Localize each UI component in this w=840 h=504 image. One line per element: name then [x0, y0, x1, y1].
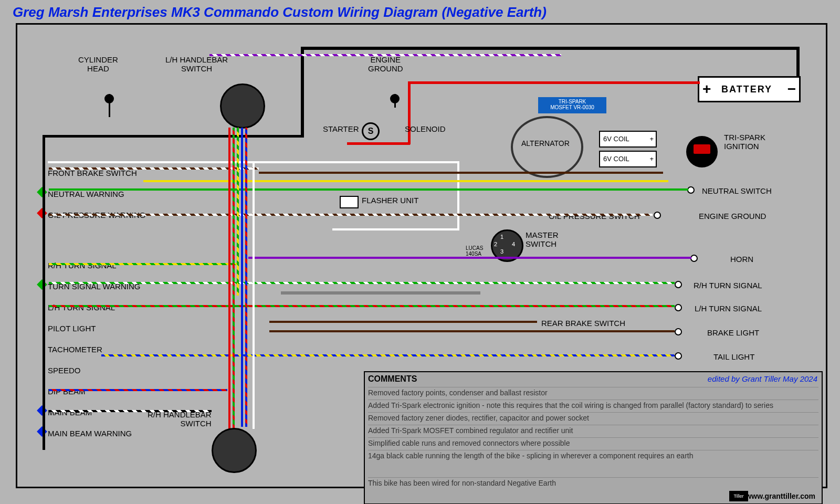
wire-red-vert — [228, 128, 230, 432]
flasher-unit-icon — [340, 196, 359, 208]
wire-black — [43, 135, 45, 450]
connector-icon — [675, 352, 682, 360]
wire-red-solenoid — [408, 81, 411, 144]
ms-3: 3 — [500, 248, 503, 255]
master-switch-label: MASTER SWITCH — [526, 230, 559, 248]
wire-bluered-vert — [245, 128, 247, 427]
mosfet-line2: MOSFET VR-0030 — [538, 104, 606, 110]
lh-turn-signal-right-label: L/H TURN SIGNAL — [695, 304, 762, 313]
front-brake-switch-label: FRONT BRAKE SWITCH — [48, 169, 137, 177]
engine-ground-top-label: ENGINE GROUND — [368, 55, 403, 73]
battery-label: BATTERY — [721, 84, 772, 95]
wire-top-black-down — [301, 47, 304, 136]
connector-icon — [654, 212, 661, 219]
tail-light-label: TAIL LIGHT — [713, 352, 754, 361]
coil-2-label: 6V COIL — [603, 155, 629, 163]
dip-beam-label: DIP BEAM — [48, 387, 85, 396]
wire-blue-yellow — [101, 354, 675, 356]
wire-brown-white — [49, 167, 259, 170]
wire-white-vert — [253, 161, 255, 429]
rh-handlebar-label: R/H HANDLEBAR SWITCH — [148, 410, 212, 428]
wire-red-starter — [347, 142, 410, 145]
wire-yellow — [143, 180, 668, 182]
coil-plus-icon: + — [649, 132, 654, 146]
wire-grnred-vert — [233, 128, 235, 432]
solenoid-label: SOLENOID — [405, 124, 446, 133]
comments-panel: COMMENTS edited by Grant Tiller May 2024… — [364, 371, 823, 504]
ignition-inner-icon — [694, 144, 710, 154]
comments-edited-by: edited by Grant Tiller May 2024 — [708, 374, 817, 383]
engine-ground-top-stem — [394, 94, 396, 108]
connector-icon — [675, 281, 682, 288]
wire-brown — [259, 172, 663, 174]
cylinder-head-stem — [109, 94, 110, 117]
horn-label: HORN — [730, 255, 753, 264]
coil-1-label: 6V COIL — [603, 135, 629, 143]
wire-purple — [248, 257, 691, 259]
coil-2: 6V COIL+ — [599, 151, 657, 167]
ms-4: 4 — [512, 241, 515, 247]
lh-turn-signal-label: L/H TURN SIGNAL — [48, 303, 115, 312]
oil-pressure-switch-label: OIL PRESSURE SWITCH — [549, 212, 640, 220]
wire-purple-white — [209, 54, 561, 56]
page-title: Greg Marsh Enterprises MK3 Commando Cust… — [13, 4, 547, 20]
wire-green — [49, 188, 688, 191]
wire-grey — [281, 291, 480, 295]
lh-handlebar-switch-icon — [220, 83, 265, 129]
led-icon — [37, 208, 47, 218]
comment-line: 14ga black cable running the length of t… — [368, 450, 818, 460]
main-beam-warning-label: MAIN BEAM WARNING — [48, 429, 132, 438]
rh-turn-signal-right-label: R/H TURN SIGNAL — [694, 281, 762, 290]
wire-green-red — [49, 305, 675, 307]
wire-black — [43, 135, 304, 138]
wire-blue-vert — [241, 128, 243, 427]
wire-blue-red — [49, 389, 227, 391]
ms-1: 1 — [500, 234, 503, 240]
engine-ground-right-label: ENGINE GROUND — [699, 212, 766, 220]
wire-yelgrn-vert — [237, 128, 239, 296]
mosfet-line1: TRI-SPARK — [538, 99, 606, 104]
speedo-label: SPEEDO — [48, 366, 81, 375]
connector-icon — [675, 304, 682, 311]
main-beam-label: MAIN BEAM — [48, 408, 92, 417]
wire-battery-neg — [796, 47, 800, 77]
footer-url: www.granttiller.com — [746, 492, 815, 500]
led-icon — [37, 279, 47, 290]
led-icon — [37, 187, 47, 197]
pilot-light-label: PILOT LIGHT — [48, 324, 96, 333]
comment-line: Added Tri-Spark MOSFET combined regulato… — [368, 425, 818, 435]
wire-brown-white — [49, 214, 653, 216]
comment-line: This bike has been wired for non-standar… — [368, 477, 818, 487]
diagram-frame: CYLINDER HEAD L/H HANDLEBAR SWITCH ENGIN… — [16, 23, 827, 488]
ms-2: 2 — [494, 241, 497, 247]
connector-icon — [687, 186, 695, 194]
lh-handlebar-label: L/H HANDLEBAR SWITCH — [165, 55, 228, 73]
brake-light-label: BRAKE LIGHT — [707, 328, 759, 337]
wire-brown-rear-brake — [269, 321, 537, 323]
comments-heading: COMMENTS — [368, 374, 417, 384]
battery-plus-icon: + — [702, 81, 711, 98]
coil-plus-icon: + — [649, 152, 654, 166]
comment-line: Removed factory zener diodes, rectifier,… — [368, 412, 818, 422]
wire-top-black-bus — [301, 47, 800, 50]
battery-icon: + BATTERY − — [698, 76, 801, 102]
wire-green-white — [49, 282, 675, 284]
wire-red-top — [408, 81, 700, 84]
rh-handlebar-switch-icon — [212, 428, 257, 473]
ignition-label: TRI-SPARK IGNITION — [724, 133, 765, 151]
comment-line: Simplified cable runs and removed connec… — [368, 437, 818, 447]
tachometer-label: TACHOMETER — [48, 345, 102, 354]
battery-minus-icon: − — [788, 81, 796, 98]
mosfet-box: TRI-SPARK MOSFET VR-0030 — [538, 97, 606, 113]
neutral-warning-label: NEUTRAL WARNING — [48, 190, 124, 198]
wire-yellow-green — [49, 263, 238, 265]
starter-icon: S — [362, 122, 380, 140]
neutral-switch-label: NEUTRAL SWITCH — [702, 186, 772, 195]
comment-line: Added Tri-Spark electronic ignition - no… — [368, 400, 818, 410]
connector-icon — [690, 255, 698, 262]
comment-line: Removed factory points, condenser and ba… — [368, 387, 818, 397]
led-icon — [37, 405, 47, 416]
rh-turn-signal-label: R/H TURN SIGNAL — [48, 261, 117, 270]
starter-label: STARTER — [323, 124, 359, 133]
alternator-label: ALTERNATOR — [521, 139, 570, 148]
